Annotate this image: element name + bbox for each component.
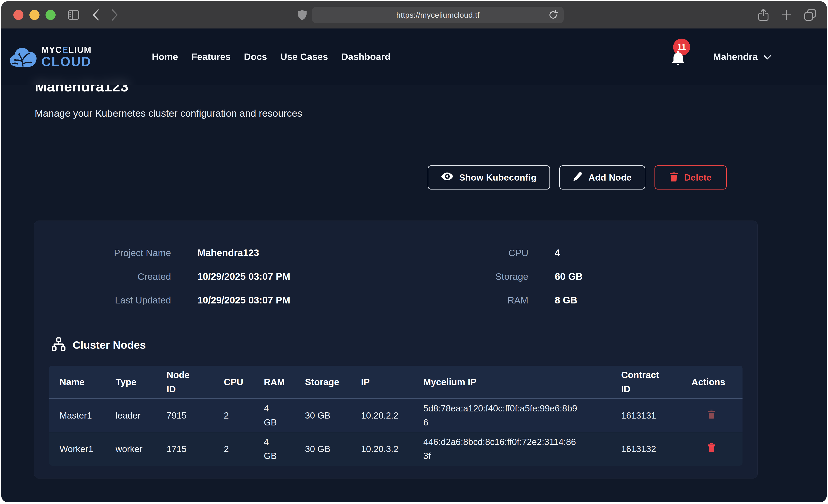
col-cpu: CPU xyxy=(224,375,264,389)
eye-icon xyxy=(441,172,453,183)
nav-link-features[interactable]: Features xyxy=(192,51,231,62)
mycelium-cloud-logo-icon xyxy=(9,45,37,69)
cell-node-id: 1715 xyxy=(167,442,224,456)
bell-icon xyxy=(671,50,685,66)
project-name-label: Project Name xyxy=(34,248,171,258)
storage-label: Storage xyxy=(393,271,528,282)
brand-line-1: MYCELIUM xyxy=(41,45,92,54)
cell-ip: 10.20.3.2 xyxy=(361,442,423,456)
page-subtitle: Manage your Kubernetes cluster configura… xyxy=(35,108,827,119)
browser-window: https://myceliumcloud.tf xyxy=(1,1,827,502)
col-ip: IP xyxy=(361,375,423,389)
cell-contract-id: 1613131 xyxy=(621,409,692,422)
table-header-row: Name Type Node ID CPU RAM Storage IP Myc… xyxy=(49,366,743,399)
col-ram: RAM xyxy=(264,375,305,389)
minimize-window-button[interactable] xyxy=(30,10,40,20)
chevron-down-icon xyxy=(764,55,771,60)
back-icon[interactable] xyxy=(92,9,99,21)
cell-cpu: 2 xyxy=(224,409,264,422)
site-navbar: MYCELIUM CLOUD Home Features Docs Use Ca… xyxy=(1,29,827,85)
col-type: Type xyxy=(116,375,167,389)
info-row-created: Created 10/29/2025 03:07 PM xyxy=(34,268,393,285)
project-info: Project Name Mahendra123 Created 10/29/2… xyxy=(34,245,757,316)
project-name-value: Mahendra123 xyxy=(197,247,259,258)
cell-name: Master1 xyxy=(59,409,116,422)
reload-icon[interactable] xyxy=(548,10,558,21)
last-updated-label: Last Updated xyxy=(34,295,171,306)
cell-storage: 30 GB xyxy=(305,442,361,456)
cpu-value: 4 xyxy=(555,247,560,258)
cell-type: worker xyxy=(116,442,167,456)
user-name: Mahendra xyxy=(713,51,758,62)
cluster-nodes-icon xyxy=(51,337,66,352)
col-node-id: Node ID xyxy=(167,368,194,396)
brand-logo[interactable]: MYCELIUM CLOUD xyxy=(9,45,92,69)
info-row-last-updated: Last Updated 10/29/2025 03:07 PM xyxy=(34,292,393,308)
cluster-nodes-table: Name Type Node ID CPU RAM Storage IP Myc… xyxy=(49,366,743,466)
cell-ip: 10.20.2.2 xyxy=(361,409,423,422)
ram-label: RAM xyxy=(393,295,528,306)
privacy-shield-icon[interactable] xyxy=(298,10,306,20)
delete-node-icon[interactable] xyxy=(708,409,715,419)
url-text: https://myceliumcloud.tf xyxy=(318,10,558,19)
brand-line-2: CLOUD xyxy=(41,55,92,68)
delete-label: Delete xyxy=(684,172,712,183)
tab-overview-icon[interactable] xyxy=(804,9,816,21)
zoom-window-button[interactable] xyxy=(45,10,55,20)
cluster-nodes-title: Cluster Nodes xyxy=(73,339,146,351)
browser-chrome: https://myceliumcloud.tf xyxy=(1,1,827,29)
cell-storage: 30 GB xyxy=(305,409,361,422)
info-row-ram: RAM 8 GB xyxy=(393,292,757,308)
info-row-project-name: Project Name Mahendra123 xyxy=(34,245,393,261)
cell-mycelium-ip: 446:d2a6:8bcd:8c16:ff0f:72e2:3114:863f xyxy=(423,435,578,463)
show-kubeconfig-button[interactable]: Show Kubeconfig xyxy=(428,165,550,190)
cell-ram: 4 GB xyxy=(264,402,280,429)
forward-icon[interactable] xyxy=(111,9,118,21)
col-contract-id: Contract ID xyxy=(621,368,663,396)
cluster-nodes-heading: Cluster Nodes xyxy=(51,337,757,353)
sidebar-toggle-icon[interactable] xyxy=(68,10,80,20)
ram-value: 8 GB xyxy=(555,295,577,306)
main-nav: Home Features Docs Use Cases Dashboard xyxy=(152,51,391,62)
storage-value: 60 GB xyxy=(555,271,583,282)
show-kubeconfig-label: Show Kubeconfig xyxy=(459,172,537,183)
nav-link-dashboard[interactable]: Dashboard xyxy=(341,51,390,62)
delete-cluster-button[interactable]: Delete xyxy=(655,165,727,190)
cell-mycelium-ip: 5d8:78ea:a120:f40c:ff0f:a5fe:99e6:8b96 xyxy=(423,402,578,429)
col-mycelium-ip: Mycelium IP xyxy=(423,375,621,389)
created-value: 10/29/2025 03:07 PM xyxy=(197,271,290,282)
cell-node-id: 7915 xyxy=(167,409,224,422)
brand-text: MYCELIUM CLOUD xyxy=(41,45,92,68)
last-updated-value: 10/29/2025 03:07 PM xyxy=(197,295,290,306)
table-row: Master1 leader 7915 2 4 GB 30 GB 10.20.2… xyxy=(49,399,743,432)
traffic-lights xyxy=(13,10,55,20)
cell-ram: 4 GB xyxy=(264,435,280,463)
notifications-button[interactable]: 11 xyxy=(671,48,686,66)
col-storage: Storage xyxy=(305,375,361,389)
created-label: Created xyxy=(34,271,171,282)
page-content: Mahendra123 Manage your Kubernetes clust… xyxy=(1,29,827,478)
cpu-label: CPU xyxy=(393,248,528,258)
nav-link-home[interactable]: Home xyxy=(152,51,178,62)
page-viewport: MYCELIUM CLOUD Home Features Docs Use Ca… xyxy=(1,29,827,502)
add-node-button[interactable]: Add Node xyxy=(560,165,645,190)
user-menu[interactable]: Mahendra xyxy=(713,51,771,62)
table-row: Worker1 worker 1715 2 4 GB 30 GB 10.20.3… xyxy=(49,432,743,466)
info-row-storage: Storage 60 GB xyxy=(393,268,757,285)
nav-link-docs[interactable]: Docs xyxy=(244,51,267,62)
col-name: Name xyxy=(59,375,116,389)
cell-name: Worker1 xyxy=(59,442,116,456)
cell-type: leader xyxy=(116,409,167,422)
nav-link-use-cases[interactable]: Use Cases xyxy=(280,51,328,62)
info-row-cpu: CPU 4 xyxy=(393,245,757,261)
close-window-button[interactable] xyxy=(13,10,24,20)
add-node-label: Add Node xyxy=(588,172,632,183)
delete-node-icon[interactable] xyxy=(708,443,715,452)
new-tab-icon[interactable] xyxy=(781,10,792,20)
address-bar[interactable]: https://myceliumcloud.tf xyxy=(312,7,564,23)
share-icon[interactable] xyxy=(758,8,769,22)
col-actions: Actions xyxy=(692,375,743,389)
cell-cpu: 2 xyxy=(224,442,264,456)
cluster-actions-toolbar: Show Kubeconfig Add Node Delete xyxy=(1,165,727,190)
pencil-icon xyxy=(573,171,583,183)
